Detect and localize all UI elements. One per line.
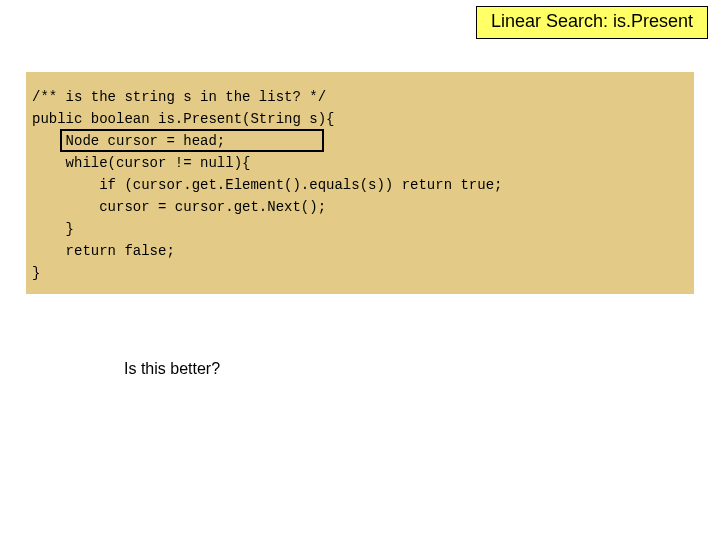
code-line: while(cursor != null){ (32, 152, 688, 174)
code-block: /** is the string s in the list? */ publ… (26, 72, 694, 294)
slide: Linear Search: is.Present /** is the str… (0, 0, 720, 540)
code-line: return false; (32, 240, 688, 262)
code-line: /** is the string s in the list? */ (32, 86, 688, 108)
caption-text: Is this better? (124, 360, 220, 377)
caption: Is this better? (124, 360, 220, 378)
slide-title: Linear Search: is.Present (491, 11, 693, 31)
code-line: } (32, 218, 688, 240)
code-line: } (32, 262, 688, 284)
code-line: if (cursor.get.Element().equals(s)) retu… (32, 174, 688, 196)
slide-title-box: Linear Search: is.Present (476, 6, 708, 39)
code-line: public boolean is.Present(String s){ (32, 108, 688, 130)
code-line: Node cursor = head; (32, 130, 688, 152)
code-line: cursor = cursor.get.Next(); (32, 196, 688, 218)
